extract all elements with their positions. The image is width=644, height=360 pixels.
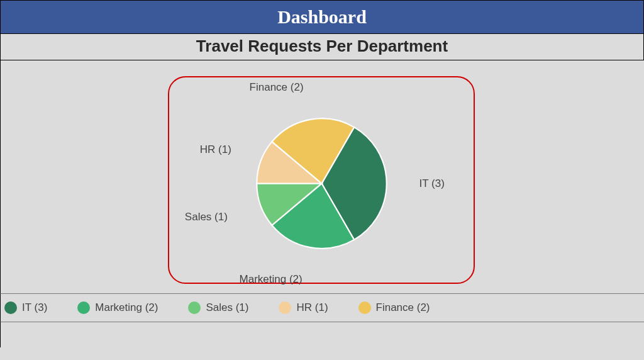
slice-label-marketing: Marketing (2) <box>240 273 303 286</box>
legend-label: Finance (2) <box>376 301 430 314</box>
legend-item: Sales (1) <box>188 301 279 314</box>
legend-item: IT (3) <box>4 301 77 314</box>
section-title: Travel Requests Per Department <box>0 34 644 60</box>
legend-label: HR (1) <box>296 301 328 314</box>
circle-icon <box>279 301 291 314</box>
legend-label: Marketing (2) <box>95 301 158 314</box>
circle-icon <box>4 301 17 314</box>
slice-label-finance: Finance (2) <box>250 81 304 94</box>
legend-item: HR (1) <box>279 301 358 314</box>
slice-label-hr: HR (1) <box>200 143 231 156</box>
circle-icon <box>188 301 201 314</box>
slice-label-sales: Sales (1) <box>185 211 228 223</box>
dashboard-header: Dashboard <box>0 0 644 34</box>
bottom-spacer <box>0 322 644 347</box>
circle-icon <box>358 301 371 314</box>
legend-item: Finance (2) <box>358 301 460 314</box>
chart-area: IT (3) Marketing (2) Sales (1) HR (1) Fi… <box>0 60 644 293</box>
circle-icon <box>77 301 90 314</box>
legend-label: IT (3) <box>22 301 47 314</box>
slice-label-it: IT (3) <box>419 177 445 190</box>
legend-item: Marketing (2) <box>77 301 188 314</box>
legend: IT (3) Marketing (2) Sales (1) HR (1) Fi… <box>0 293 644 322</box>
pie-chart <box>254 116 389 251</box>
legend-label: Sales (1) <box>206 301 248 314</box>
pie-svg <box>254 116 389 251</box>
